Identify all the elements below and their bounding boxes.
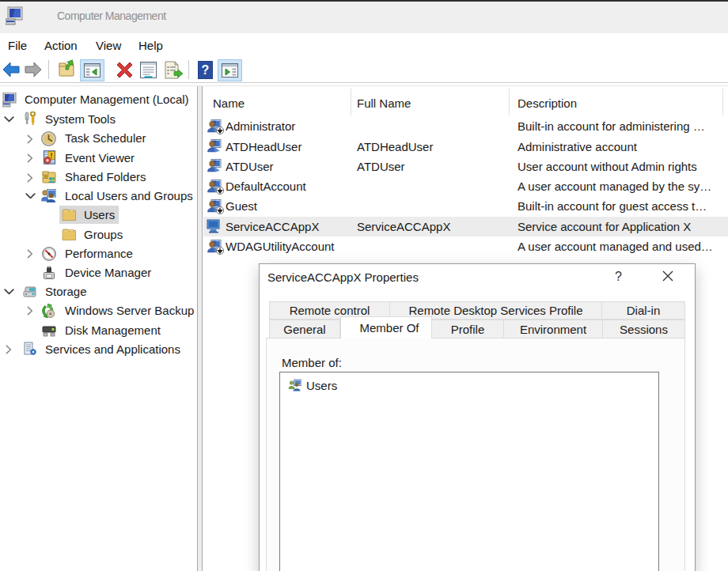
svg-text:?: ? bbox=[202, 63, 210, 77]
